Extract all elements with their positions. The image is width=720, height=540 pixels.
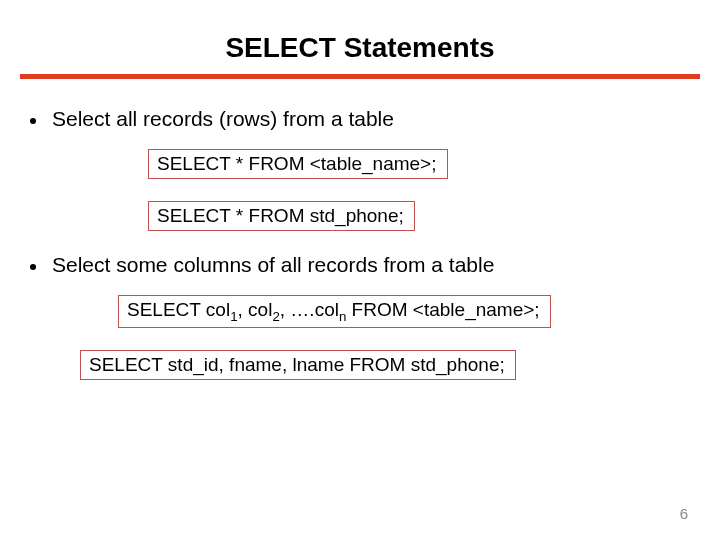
bullet-item: Select all records (rows) from a table <box>30 107 690 131</box>
code-text: SELECT col <box>127 299 230 320</box>
code-text: FROM <table_name>; <box>346 299 539 320</box>
code-box: SELECT col1, col2, ….coln FROM <table_na… <box>118 295 551 328</box>
bullet-text: Select some columns of all records from … <box>52 253 494 277</box>
code-box: SELECT * FROM std_phone; <box>148 201 415 231</box>
slide-title: SELECT Statements <box>0 0 720 74</box>
slide-content: Select all records (rows) from a table S… <box>0 79 720 398</box>
code-box: SELECT * FROM <table_name>; <box>148 149 448 179</box>
bullet-item: Select some columns of all records from … <box>30 253 690 277</box>
subscript: 1 <box>230 309 237 324</box>
bullet-dot-icon <box>30 118 36 124</box>
code-text: , col <box>238 299 273 320</box>
code-box: SELECT std_id, fname, lname FROM std_pho… <box>80 350 516 380</box>
bullet-dot-icon <box>30 264 36 270</box>
code-text: , ….col <box>280 299 339 320</box>
subscript: 2 <box>272 309 279 324</box>
bullet-text: Select all records (rows) from a table <box>52 107 394 131</box>
page-number: 6 <box>680 505 688 522</box>
